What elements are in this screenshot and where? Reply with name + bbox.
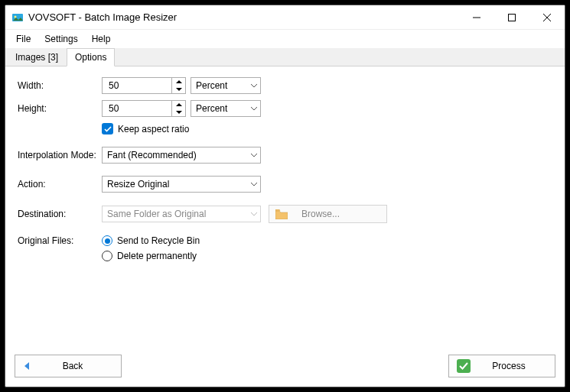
height-input[interactable]	[107, 102, 168, 115]
menu-file[interactable]: File	[10, 31, 37, 47]
height-unit-value: Percent	[196, 103, 227, 114]
titlebar: VOVSOFT - Batch Image Resizer	[5, 5, 565, 30]
chevron-down-icon	[251, 154, 257, 157]
chevron-down-icon	[251, 183, 257, 186]
check-icon	[104, 126, 112, 132]
chevron-down-icon	[251, 107, 257, 111]
options-panel: Width: Percent Height:	[5, 66, 565, 353]
recycle-radio[interactable]	[102, 235, 112, 246]
tabbar: Images [3] Options	[5, 48, 565, 66]
destination-label: Destination:	[18, 209, 102, 219]
width-spinner[interactable]	[102, 77, 186, 94]
width-spin-up[interactable]	[172, 78, 185, 86]
keep-aspect-checkbox[interactable]	[102, 123, 113, 134]
delete-permanently-label: Delete permanently	[117, 251, 197, 261]
tab-images[interactable]: Images [3]	[7, 48, 67, 66]
chevron-down-icon	[251, 84, 257, 88]
height-spin-up[interactable]	[172, 101, 185, 109]
keep-aspect-label: Keep aspect ratio	[118, 124, 189, 134]
interpolation-value: Fant (Recommended)	[107, 150, 197, 160]
minimize-button[interactable]	[459, 5, 494, 30]
interpolation-combo[interactable]: Fant (Recommended)	[102, 147, 261, 164]
svg-rect-3	[509, 14, 516, 21]
process-button[interactable]: Process	[448, 355, 555, 377]
destination-combo: Same Folder as Original	[102, 206, 261, 222]
recycle-label: Send to Recycle Bin	[117, 235, 200, 246]
width-label: Width:	[18, 80, 102, 91]
height-unit-combo[interactable]: Percent	[191, 100, 261, 117]
height-spin-down[interactable]	[172, 109, 185, 116]
check-icon	[457, 359, 471, 373]
width-unit-combo[interactable]: Percent	[191, 77, 261, 94]
width-unit-value: Percent	[196, 80, 227, 91]
width-spin-down[interactable]	[172, 86, 185, 93]
footer: Back Process	[5, 353, 565, 387]
arrow-left-icon	[23, 361, 32, 371]
original-files-label: Original Files:	[18, 235, 102, 246]
app-window: VOVSOFT - Batch Image Resizer File Setti…	[5, 5, 565, 387]
maximize-button[interactable]	[494, 5, 529, 30]
menu-settings[interactable]: Settings	[38, 31, 83, 47]
interpolation-label: Interpolation Mode:	[18, 150, 102, 160]
folder-icon	[275, 209, 288, 219]
window-title: VOVSOFT - Batch Image Resizer	[28, 11, 177, 23]
close-button[interactable]	[529, 5, 565, 30]
menubar: File Settings Help	[5, 30, 565, 48]
height-label: Height:	[18, 103, 102, 114]
back-button[interactable]: Back	[15, 355, 122, 377]
back-label: Back	[32, 361, 113, 371]
menu-help[interactable]: Help	[86, 31, 117, 47]
tab-options[interactable]: Options	[67, 48, 115, 66]
app-icon	[11, 11, 24, 24]
browse-button: Browse...	[269, 205, 387, 223]
action-combo[interactable]: Resize Original	[102, 176, 261, 193]
action-value: Resize Original	[107, 179, 169, 190]
delete-permanently-radio[interactable]	[102, 251, 112, 261]
height-spinner[interactable]	[102, 100, 186, 117]
destination-value: Same Folder as Original	[107, 209, 206, 219]
width-input[interactable]	[107, 79, 168, 92]
chevron-down-icon	[251, 212, 257, 216]
action-label: Action:	[18, 179, 102, 190]
browse-label: Browse...	[301, 209, 340, 219]
process-label: Process	[471, 361, 547, 371]
